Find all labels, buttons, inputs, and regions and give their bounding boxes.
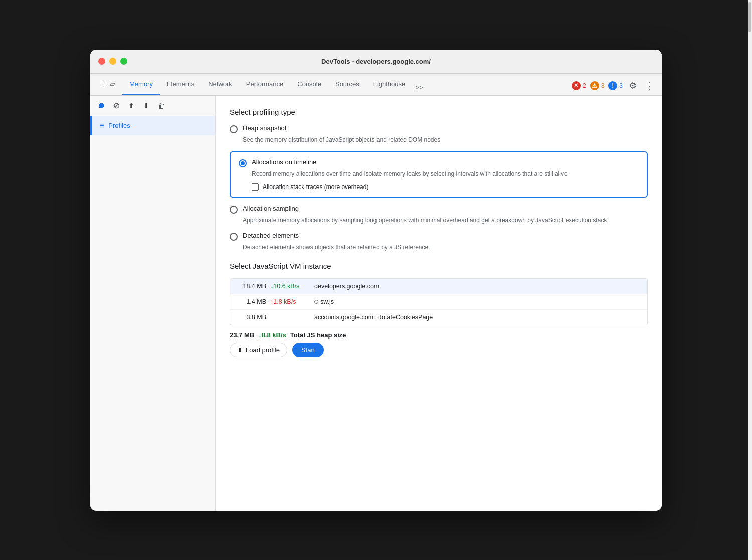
allocations-timeline-radio[interactable] <box>239 159 247 167</box>
vm-row[interactable]: 1.4 MB ↑1.8 kB/s sw.js <box>230 294 647 310</box>
devtools-window: DevTools - developers.google.com/ ⬚ ▱ Me… <box>90 50 662 511</box>
allocation-stack-traces-checkbox[interactable] <box>252 183 259 191</box>
vm-row[interactable]: 3.8 MB accounts.google.com: RotateCookie… <box>230 310 647 325</box>
vm-name: developers.google.com <box>314 283 641 290</box>
window-title: DevTools - developers.google.com/ <box>321 58 431 65</box>
detached-elements-desc: Detached elements shows objects that are… <box>243 243 648 252</box>
detached-elements-label: Detached elements <box>243 232 299 239</box>
tab-performance[interactable]: Performance <box>239 74 290 95</box>
download-button[interactable]: ⬇ <box>139 99 153 113</box>
vm-name: sw.js <box>314 298 641 305</box>
tab-memory[interactable]: Memory <box>122 74 160 95</box>
tab-sources[interactable]: Sources <box>328 74 366 95</box>
tab-bar: ⬚ ▱ Memory Elements Network Performance … <box>90 74 662 96</box>
maximize-button[interactable] <box>120 58 127 65</box>
start-button[interactable]: Start <box>292 343 324 357</box>
element-picker-icon: ⬚ <box>101 80 108 88</box>
sidebar-item-profiles[interactable]: ≡ Profiles <box>90 116 215 135</box>
vm-size: 1.4 MB <box>236 298 266 305</box>
vm-name: accounts.google.com: RotateCookiesPage <box>314 314 641 321</box>
settings-icon[interactable]: ⚙ <box>627 78 639 93</box>
tab-elements[interactable]: Elements <box>160 74 201 95</box>
heap-snapshot-option: Heap snapshot See the memory distributio… <box>230 124 648 144</box>
sidebar: ⏺ ⊘ ⬆ ⬇ 🗑 ≡ Profiles <box>90 96 216 511</box>
vm-rate: ↑1.8 kB/s <box>270 298 310 305</box>
allocation-sampling-radio[interactable] <box>230 206 238 214</box>
tab-console[interactable]: Console <box>290 74 328 95</box>
allocations-timeline-label: Allocations on timeline <box>252 158 316 166</box>
heap-snapshot-radio[interactable] <box>230 125 238 133</box>
allocation-sampling-label: Allocation sampling <box>243 205 299 212</box>
error-badge[interactable]: ✕ 2 <box>572 81 586 90</box>
tab-network[interactable]: Network <box>201 74 239 95</box>
profiles-label: Profiles <box>108 122 130 129</box>
minimize-button[interactable] <box>109 58 116 65</box>
total-label: Total JS heap size <box>290 331 346 339</box>
allocation-stack-traces-label: Allocation stack traces (more overhead) <box>263 183 368 191</box>
section-title: Select profiling type <box>230 108 648 116</box>
total-size: 23.7 MB <box>230 331 254 339</box>
allocation-stack-traces-row: Allocation stack traces (more overhead) <box>252 183 639 191</box>
vm-rate: ↓10.6 kB/s <box>270 283 310 290</box>
allocation-sampling-desc: Approximate memory allocations by sampli… <box>243 216 648 225</box>
warning-icon: ⚠ <box>590 81 599 90</box>
record-button[interactable]: ⏺ <box>94 99 108 113</box>
vm-table: 18.4 MB ↓10.6 kB/s developers.google.com… <box>230 278 648 325</box>
load-profile-button[interactable]: ⬆ Load profile <box>230 343 287 357</box>
clear-button[interactable]: ⊘ <box>109 99 123 113</box>
collect-garbage-button[interactable]: 🗑 <box>154 99 168 113</box>
main-body: ⏺ ⊘ ⬆ ⬇ 🗑 ≡ Profiles Select profiling ty… <box>90 96 662 511</box>
heap-snapshot-desc: See the memory distribution of JavaScrip… <box>243 135 648 144</box>
inspect-icon-btn[interactable]: ⬚ ▱ <box>94 74 122 95</box>
info-badge[interactable]: ! 3 <box>608 81 623 90</box>
footer-area: 23.7 MB ↓8.8 kB/s Total JS heap size <box>230 325 648 341</box>
vm-dot-icon <box>314 300 318 304</box>
total-rate: ↓8.8 kB/s <box>258 331 286 339</box>
vm-size: 3.8 MB <box>236 314 266 321</box>
vm-row[interactable]: 18.4 MB ↓10.6 kB/s developers.google.com <box>230 279 647 294</box>
vm-size: 18.4 MB <box>236 283 266 290</box>
device-mode-icon: ▱ <box>110 80 115 88</box>
vm-section-title: Select JavaScript VM instance <box>230 262 648 270</box>
tab-bar-right: ✕ 2 ⚠ 3 ! 3 ⚙ ⋮ <box>572 78 662 95</box>
allocations-timeline-desc: Record memory allocations over time and … <box>252 169 639 178</box>
allocations-timeline-option: Allocations on timeline Record memory al… <box>230 151 648 198</box>
footer-total: 23.7 MB ↓8.8 kB/s Total JS heap size <box>230 331 346 339</box>
content-area: Select profiling type Heap snapshot See … <box>216 96 662 511</box>
detached-elements-option: Detached elements Detached elements show… <box>230 232 648 252</box>
more-tabs-button[interactable]: >> <box>412 80 426 95</box>
tab-lighthouse[interactable]: Lighthouse <box>366 74 413 95</box>
heap-snapshot-label: Heap snapshot <box>243 124 286 132</box>
info-icon: ! <box>608 81 617 90</box>
profiles-icon: ≡ <box>100 121 104 130</box>
allocation-sampling-option: Allocation sampling Approximate memory a… <box>230 205 648 225</box>
action-buttons: ⬆ Load profile Start <box>230 343 648 357</box>
close-button[interactable] <box>98 58 105 65</box>
upload-button[interactable]: ⬆ <box>124 99 138 113</box>
traffic-lights <box>98 58 127 65</box>
detached-elements-radio[interactable] <box>230 233 238 241</box>
upload-icon: ⬆ <box>237 346 243 354</box>
more-options-icon[interactable]: ⋮ <box>643 78 656 93</box>
warning-badge[interactable]: ⚠ 3 <box>590 81 605 90</box>
vm-section: Select JavaScript VM instance 18.4 MB ↓1… <box>230 262 648 325</box>
title-bar: DevTools - developers.google.com/ <box>90 50 662 74</box>
error-icon: ✕ <box>572 81 581 90</box>
sidebar-toolbar: ⏺ ⊘ ⬆ ⬇ 🗑 <box>90 96 215 116</box>
